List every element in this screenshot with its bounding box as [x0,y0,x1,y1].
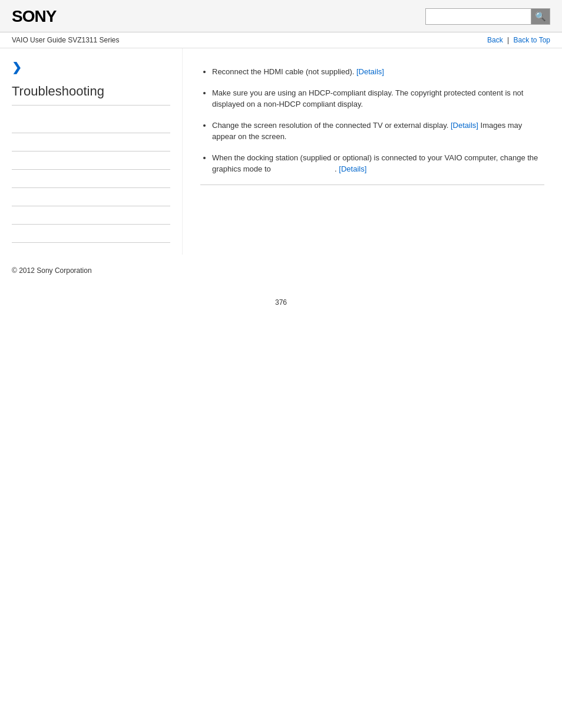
list-item-4: When the docking station (supplied or op… [212,152,544,175]
list-item-2: Make sure you are using an HDCP-complian… [212,87,544,110]
back-to-top-link[interactable]: Back to Top [514,36,550,44]
guide-title: VAIO User Guide SVZ1311 Series [12,36,120,44]
main-container: ❯ Troubleshooting Reconnect the HDMI cab… [0,48,562,255]
sidebar-nav-item-4[interactable] [12,170,170,188]
copyright: © 2012 Sony Corporation [12,266,92,275]
chevron-icon[interactable]: ❯ [12,60,170,74]
page-number: 376 [0,286,562,318]
list-item-4-link[interactable]: [Details] [339,164,366,173]
page-header: SONY 🔍 [0,0,562,32]
list-item-1-link[interactable]: [Details] [356,67,384,76]
bullet-list: Reconnect the HDMI cable (not supplied).… [200,66,544,175]
list-item-1-text: Reconnect the HDMI cable (not supplied). [212,67,356,76]
sidebar-nav-item-6[interactable] [12,206,170,225]
content-divider [200,185,544,185]
nav-bar: VAIO User Guide SVZ1311 Series Back | Ba… [0,32,562,48]
list-item-3-link[interactable]: [Details] [451,121,478,130]
list-item-4-text: When the docking station (supplied or op… [212,153,538,174]
sidebar-nav-item-3[interactable] [12,151,170,170]
sony-logo: SONY [12,7,56,26]
search-button[interactable]: 🔍 [531,8,550,25]
page-footer: © 2012 Sony Corporation [0,255,562,286]
back-link[interactable]: Back [487,36,503,44]
list-item-1: Reconnect the HDMI cable (not supplied).… [212,66,544,78]
sidebar: ❯ Troubleshooting [0,48,183,255]
main-content: Reconnect the HDMI cable (not supplied).… [183,48,562,255]
sidebar-nav-item-7[interactable] [12,225,170,243]
nav-separator: | [507,36,509,44]
list-item-3: Change the screen resolution of the conn… [212,120,544,143]
sidebar-section-title: Troubleshooting [12,84,170,106]
search-icon: 🔍 [535,11,546,22]
sidebar-nav-item-2[interactable] [12,133,170,151]
sidebar-nav-item-1[interactable] [12,115,170,133]
search-container: 🔍 [425,8,550,25]
list-item-3-text: Change the screen resolution of the conn… [212,121,451,130]
search-input[interactable] [425,8,531,25]
nav-links: Back | Back to Top [487,36,550,44]
sidebar-nav-item-5[interactable] [12,188,170,206]
list-item-2-text: Make sure you are using an HDCP-complian… [212,88,523,109]
